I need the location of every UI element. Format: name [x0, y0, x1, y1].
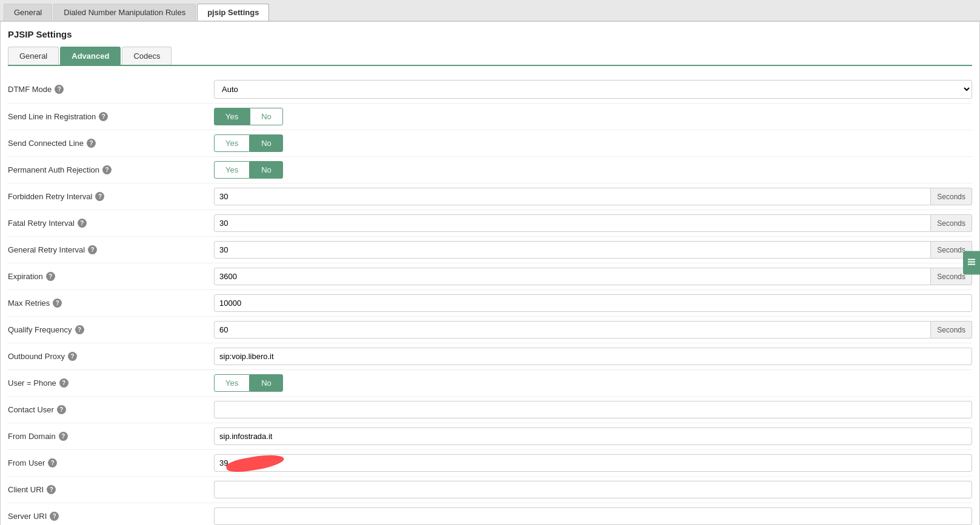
label-forbidden-retry: Forbidden Retry Interval ?	[8, 192, 214, 201]
input-client-uri[interactable]	[214, 481, 972, 498]
list-icon	[967, 257, 976, 266]
help-contact-user[interactable]: ?	[57, 405, 66, 414]
help-expiration[interactable]: ?	[46, 272, 55, 281]
help-from-user[interactable]: ?	[48, 458, 57, 467]
row-general-retry: General Retry Interval ? Seconds	[8, 237, 972, 263]
help-dtmf-mode[interactable]: ?	[55, 85, 64, 94]
toggle-yes-permanent-auth[interactable]: Yes	[214, 161, 250, 179]
control-permanent-auth: Yes No	[214, 161, 972, 179]
control-dtmf-mode: Auto RFC 2833 SIP INFO INBAND	[214, 80, 972, 99]
input-from-domain[interactable]	[214, 428, 972, 445]
label-client-uri: Client URI ?	[8, 485, 214, 494]
input-forbidden-retry[interactable]	[214, 188, 931, 205]
toggle-yes-user-phone[interactable]: Yes	[214, 374, 250, 392]
svg-rect-1	[968, 261, 975, 262]
input-group-qualify-frequency: Seconds	[214, 321, 972, 338]
main-container: PJSIP Settings General Advanced Codecs D…	[0, 21, 980, 525]
control-send-line-reg: Yes No	[214, 108, 972, 125]
svg-rect-2	[968, 263, 975, 265]
help-outbound-proxy[interactable]: ?	[68, 352, 77, 361]
input-fatal-retry[interactable]	[214, 214, 931, 232]
input-group-expiration: Seconds	[214, 268, 972, 285]
toggle-no-permanent-auth[interactable]: No	[250, 161, 283, 179]
label-send-line-reg: Send Line in Registration ?	[8, 112, 214, 121]
label-server-uri: Server URI ?	[8, 512, 214, 521]
help-send-connected-line[interactable]: ?	[87, 139, 96, 148]
inner-tab-general[interactable]: General	[8, 47, 59, 65]
help-general-retry[interactable]: ?	[88, 245, 97, 254]
input-group-general-retry: Seconds	[214, 241, 972, 259]
control-outbound-proxy	[214, 348, 972, 365]
input-from-user[interactable]	[214, 454, 972, 472]
help-from-domain[interactable]: ?	[59, 432, 68, 441]
row-outbound-proxy: Outbound Proxy ?	[8, 343, 972, 370]
row-permanent-auth: Permanent Auth Rejection ? Yes No	[8, 157, 972, 183]
help-fatal-retry[interactable]: ?	[78, 219, 87, 228]
help-max-retries[interactable]: ?	[53, 299, 62, 308]
toggle-no-send-connected-line[interactable]: No	[250, 134, 283, 152]
toggle-no-user-phone[interactable]: No	[250, 374, 283, 392]
help-qualify-frequency[interactable]: ?	[75, 325, 84, 334]
help-send-line-reg[interactable]: ?	[99, 112, 108, 121]
control-max-retries	[214, 294, 972, 312]
help-client-uri[interactable]: ?	[47, 485, 56, 494]
toggle-send-line-reg: Yes No	[214, 108, 283, 125]
suffix-fatal-retry: Seconds	[931, 214, 972, 232]
toggle-yes-send-connected-line[interactable]: Yes	[214, 134, 250, 152]
row-from-domain: From Domain ?	[8, 423, 972, 450]
row-fatal-retry: Fatal Retry Interval ? Seconds	[8, 210, 972, 237]
control-contact-user	[214, 401, 972, 418]
row-expiration: Expiration ? Seconds	[8, 263, 972, 290]
input-max-retries[interactable]	[214, 294, 972, 312]
tab-general[interactable]: General	[4, 4, 52, 21]
label-dtmf-mode: DTMF Mode ?	[8, 85, 214, 94]
label-user-phone: User = Phone ?	[8, 378, 214, 388]
help-permanent-auth[interactable]: ?	[102, 165, 112, 174]
toggle-no-send-line-reg[interactable]: No	[250, 108, 283, 125]
label-general-retry: General Retry Interval ?	[8, 245, 214, 254]
control-user-phone: Yes No	[214, 374, 972, 392]
control-qualify-frequency: Seconds	[214, 321, 972, 338]
control-from-domain	[214, 428, 972, 445]
sidebar-toggle-icon[interactable]	[963, 251, 980, 274]
input-server-uri[interactable]	[214, 507, 972, 525]
control-send-connected-line: Yes No	[214, 134, 972, 152]
input-general-retry[interactable]	[214, 241, 931, 259]
control-expiration: Seconds	[214, 268, 972, 285]
row-server-uri: Server URI ?	[8, 503, 972, 525]
help-server-uri[interactable]: ?	[50, 512, 59, 521]
help-user-phone[interactable]: ?	[59, 378, 68, 388]
label-contact-user: Contact User ?	[8, 405, 214, 414]
inner-tab-advanced[interactable]: Advanced	[60, 47, 121, 65]
tab-pjsip[interactable]: pjsip Settings	[197, 4, 269, 21]
toggle-send-connected-line: Yes No	[214, 134, 283, 152]
inner-tab-codecs[interactable]: Codecs	[122, 47, 172, 65]
tab-dialed-number[interactable]: Dialed Number Manipulation Rules	[53, 4, 196, 21]
control-from-user	[214, 454, 972, 472]
input-expiration[interactable]	[214, 268, 931, 285]
label-send-connected-line: Send Connected Line ?	[8, 139, 214, 148]
control-fatal-retry: Seconds	[214, 214, 972, 232]
toggle-user-phone: Yes No	[214, 374, 283, 392]
input-group-forbidden-retry: Seconds	[214, 188, 972, 205]
label-from-domain: From Domain ?	[8, 432, 214, 441]
input-contact-user[interactable]	[214, 401, 972, 418]
input-qualify-frequency[interactable]	[214, 321, 931, 338]
control-general-retry: Seconds	[214, 241, 972, 259]
row-forbidden-retry: Forbidden Retry Interval ? Seconds	[8, 183, 972, 210]
help-forbidden-retry[interactable]: ?	[95, 192, 104, 201]
label-expiration: Expiration ?	[8, 272, 214, 281]
input-outbound-proxy[interactable]	[214, 348, 972, 365]
control-client-uri	[214, 481, 972, 498]
toggle-permanent-auth: Yes No	[214, 161, 283, 179]
suffix-qualify-frequency: Seconds	[931, 321, 972, 338]
from-user-wrapper	[214, 454, 972, 472]
label-fatal-retry: Fatal Retry Interval ?	[8, 219, 214, 228]
row-send-line-reg: Send Line in Registration ? Yes No	[8, 104, 972, 130]
row-contact-user: Contact User ?	[8, 397, 972, 423]
select-dtmf-mode[interactable]: Auto RFC 2833 SIP INFO INBAND	[214, 80, 972, 99]
toggle-yes-send-line-reg[interactable]: Yes	[214, 108, 250, 125]
row-dtmf-mode: DTMF Mode ? Auto RFC 2833 SIP INFO INBAN…	[8, 76, 972, 104]
control-forbidden-retry: Seconds	[214, 188, 972, 205]
top-tabs: General Dialed Number Manipulation Rules…	[0, 0, 980, 21]
